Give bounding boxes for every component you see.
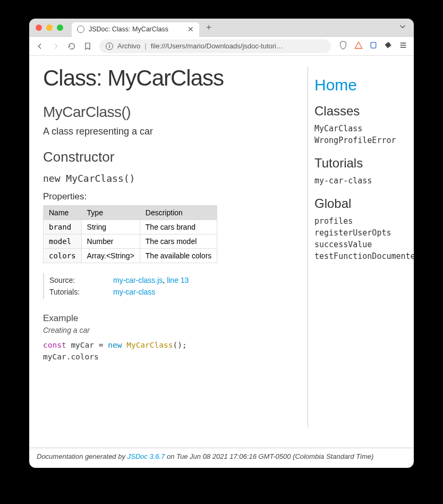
close-window-button[interactable] (36, 24, 42, 31)
classes-heading: Classes (314, 104, 407, 119)
list-item: profiles (314, 215, 407, 227)
reload-button[interactable] (67, 42, 76, 51)
tutorials-label: Tutorials: (49, 288, 113, 296)
footer-area: Documentation generated by JSDoc 3.6.7 o… (29, 438, 414, 468)
details-block: Source: my-car-class.js, line 13 Tutoria… (43, 273, 294, 299)
brave-shield-icon[interactable] (338, 40, 348, 52)
sidebar-global-link[interactable]: registerUserOpts (314, 228, 391, 238)
browser-window: JSDoc: Class: MyCarClass ✕ ＋ i Archivo |… (29, 19, 414, 468)
new-tab-button[interactable]: ＋ (205, 22, 213, 33)
footer-divider (29, 448, 414, 448)
example-caption: Creating a car (43, 326, 294, 334)
globe-icon (77, 26, 84, 33)
list-item: my-car-class (314, 175, 407, 187)
close-tab-icon[interactable]: ✕ (188, 25, 194, 33)
properties-heading: Properties: (43, 191, 294, 202)
class-description: A class representing a car (43, 126, 294, 137)
home-heading: Home (314, 76, 407, 94)
th-name: Name (44, 206, 82, 220)
maximize-window-button[interactable] (57, 24, 63, 31)
back-button[interactable] (36, 42, 44, 51)
forward-button[interactable] (52, 42, 60, 51)
list-item: registerUserOpts (314, 227, 407, 239)
ext-triangle-icon[interactable] (354, 41, 363, 51)
list-item: WrongProfileError (314, 135, 407, 146)
source-label: Source: (49, 276, 113, 284)
sidebar-global-link[interactable]: successValue (314, 240, 372, 249)
toolbar: i Archivo | file:///Users/mario/Download… (29, 37, 414, 56)
extensions (338, 40, 407, 52)
minimize-window-button[interactable] (46, 24, 53, 31)
tutorial-link[interactable]: my-car-class (113, 288, 155, 296)
titlebar: JSDoc: Class: MyCarClass ✕ ＋ (29, 19, 414, 37)
window-controls (36, 24, 63, 31)
tab-menu-icon[interactable] (398, 22, 407, 33)
properties-table: Name Type Description brand String The c… (43, 205, 217, 263)
jsdoc-link[interactable]: JSDoc 3.6.7 (127, 452, 165, 460)
list-item: MyCarClass (314, 123, 407, 135)
main-column: Class: MyCarClass MyCarClass() A class r… (29, 56, 308, 438)
constructor-signature: new MyCarClass() (43, 173, 294, 184)
menu-icon[interactable] (399, 41, 407, 51)
page-title: Class: MyCarClass (43, 65, 294, 91)
example-heading: Example (43, 313, 294, 324)
address-bar[interactable]: i Archivo | file:///Users/mario/Download… (99, 39, 331, 53)
sidebar-class-link[interactable]: WrongProfileError (314, 136, 396, 145)
th-type: Type (81, 206, 140, 220)
sidebar-global-link[interactable]: testFunctionDocumented (314, 251, 414, 261)
extensions-icon[interactable] (384, 41, 393, 51)
footer-text: Documentation generated by JSDoc 3.6.7 o… (29, 452, 414, 468)
global-heading: Global (314, 196, 407, 211)
source-line-link[interactable]: line 13 (167, 276, 189, 284)
browser-tab[interactable]: JSDoc: Class: MyCarClass ✕ (72, 22, 199, 37)
constructor-heading: Constructor (43, 149, 294, 165)
sidebar-global-link[interactable]: profiles (314, 216, 353, 226)
sidebar-class-link[interactable]: MyCarClass (314, 124, 362, 133)
list-item: testFunctionDocumented (314, 250, 407, 262)
example-code: const myCar = new MyCarClass(); myCar.co… (43, 340, 294, 363)
tutorials-heading: Tutorials (314, 156, 407, 171)
sidebar: Home Classes MyCarClass WrongProfileErro… (308, 66, 414, 427)
site-info-icon[interactable]: i (106, 43, 113, 50)
page-content: Class: MyCarClass MyCarClass() A class r… (29, 56, 414, 438)
th-desc: Description (140, 206, 217, 220)
url-scheme-label: Archivo (117, 42, 140, 50)
sidebar-tutorial-link[interactable]: my-car-class (314, 176, 372, 186)
bookmark-icon[interactable] (83, 42, 92, 51)
class-signature: MyCarClass() (43, 104, 294, 121)
table-row: model Number The cars model (44, 234, 217, 249)
tab-title: JSDoc: Class: MyCarClass (89, 26, 168, 33)
table-row: colors Array.<String> The available colo… (44, 249, 217, 263)
source-file-link[interactable]: my-car-class.js (113, 276, 163, 284)
home-link[interactable]: Home (314, 76, 357, 94)
svg-rect-0 (371, 43, 376, 48)
url-separator: | (144, 42, 146, 50)
url-path: file:///Users/mario/Downloads/jsdoc-tuto… (151, 42, 283, 50)
ext-shield-icon[interactable] (369, 41, 378, 51)
table-row: brand String The cars brand (44, 220, 217, 234)
list-item: successValue (314, 239, 407, 250)
